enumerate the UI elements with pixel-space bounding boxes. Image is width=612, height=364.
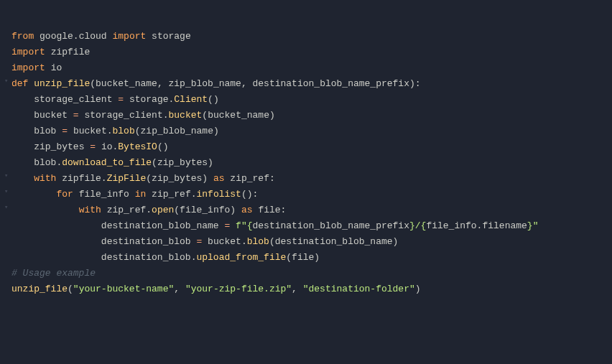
- code-line: destination_blob.upload_from_file(file): [11, 250, 612, 266]
- fold-chevron-icon[interactable]: ▾: [4, 173, 10, 179]
- code-line: unzip_file("your-bucket-name", "your-zip…: [11, 281, 612, 297]
- code-line: ▾ with zip_ref.open(file_info) as file:: [11, 202, 612, 218]
- code-line: blob.download_to_file(zip_bytes): [11, 155, 612, 171]
- keyword-for: for: [56, 189, 73, 200]
- keyword-from: from: [11, 31, 34, 42]
- code-line: # Usage example: [11, 266, 612, 281]
- keyword-import: import: [112, 31, 146, 42]
- string-literal: "your-bucket-name": [73, 284, 174, 294]
- comment: # Usage example: [11, 268, 96, 279]
- code-editor[interactable]: from google.cloud import storage import …: [0, 29, 612, 297]
- code-line: ▾def unzip_file(bucket_name, zip_blob_na…: [11, 76, 612, 92]
- keyword-def: def: [11, 78, 28, 89]
- fold-chevron-icon[interactable]: ▾: [4, 205, 10, 210]
- code-line: import io: [11, 60, 612, 76]
- fold-chevron-icon[interactable]: ▾: [4, 78, 10, 84]
- function-name: unzip_file: [34, 78, 90, 89]
- code-line: destination_blob_name = f"{destination_b…: [11, 218, 612, 234]
- fold-chevron-icon[interactable]: ▾: [4, 189, 10, 195]
- code-line: import zipfile: [11, 45, 612, 60]
- string-literal: "destination-folder": [303, 284, 415, 294]
- code-line: bucket = storage_client.bucket(bucket_na…: [11, 108, 612, 123]
- string-literal: "your-zip-file.zip": [185, 284, 292, 294]
- keyword-with: with: [34, 173, 56, 184]
- code-line: ▾ for file_info in zip_ref.infolist():: [11, 187, 612, 202]
- code-line: blob = bucket.blob(zip_blob_name): [11, 123, 612, 139]
- code-line: from google.cloud import storage: [11, 29, 612, 45]
- code-line: storage_client = storage.Client(): [11, 92, 612, 108]
- code-line: ▾ with zipfile.ZipFile(zip_bytes) as zip…: [11, 171, 612, 187]
- code-line: destination_blob = bucket.blob(destinati…: [11, 234, 612, 250]
- code-line: zip_bytes = io.BytesIO(): [11, 139, 612, 155]
